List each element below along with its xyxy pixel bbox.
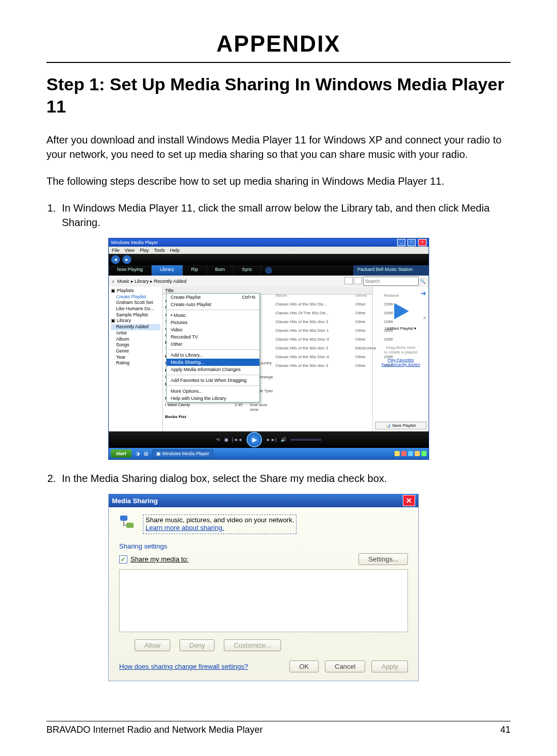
quicklaunch-icon[interactable]: ▤	[144, 451, 149, 456]
volume-slider[interactable]	[290, 439, 321, 441]
libmenu-apply[interactable]: Apply Media Information Changes	[167, 366, 259, 373]
search-icon[interactable]: 🔍	[420, 279, 425, 284]
tab-sync[interactable]: Sync	[234, 265, 261, 276]
menu-view[interactable]: View	[125, 248, 135, 253]
tree-artist[interactable]: Artist	[111, 330, 160, 336]
col-album[interactable]: Album	[275, 293, 355, 298]
tree-sample[interactable]: Sample Playlist	[111, 312, 160, 318]
menu-tools[interactable]: Tools	[154, 248, 165, 253]
play-button[interactable]: ▶	[247, 432, 262, 447]
wmp-title: Windows Media Player	[111, 240, 158, 245]
tab-library[interactable]: Library	[152, 265, 183, 276]
tree-genre[interactable]: Genre	[111, 348, 160, 355]
tree-songs[interactable]: Songs	[111, 342, 160, 348]
next-icon[interactable]: ►►|	[266, 437, 276, 442]
nav-tree[interactable]: ▣ Playlists Create Playlist Graham Scott…	[109, 287, 163, 431]
tree-rating[interactable]: Rating	[111, 360, 160, 366]
table-row[interactable]: Classic Hits of the 80s Disc 1Other1999	[275, 328, 372, 333]
window-buttons[interactable]: _ □ ×	[396, 239, 427, 246]
minimize-icon[interactable]: _	[397, 239, 405, 246]
view-list-icon[interactable]	[345, 277, 353, 284]
libmenu-video[interactable]: Video	[167, 326, 259, 333]
tab-brand[interactable]: Packard Bell Music Station	[353, 265, 429, 276]
tree-year[interactable]: Year	[111, 355, 160, 361]
list-item[interactable]: Bucks Fizz	[165, 414, 276, 419]
table-row[interactable]: Classic Hits Of The 80s Dis...Other1999	[275, 311, 372, 315]
tab-round-icon[interactable]	[265, 267, 272, 274]
table-row[interactable]: Classic Hits of the 80s Dis...Other1999	[275, 302, 372, 307]
learn-more-link[interactable]: Learn more about sharing.	[145, 524, 224, 532]
stop-icon[interactable]: ◼	[224, 437, 228, 442]
step-list-2: In the Media Sharing dialog box, select …	[46, 471, 511, 486]
cancel-button[interactable]: Cancel	[325, 661, 365, 672]
table-row[interactable]: Classic Hits of the 80s Disc 4Other1999	[275, 355, 372, 359]
tab-burn[interactable]: Burn	[207, 265, 234, 276]
table-row[interactable]: Classic Hits of the 80s disc 3Electronic…	[275, 346, 372, 350]
libmenu-pictures[interactable]: Pictures	[167, 319, 259, 326]
start-button[interactable]: start	[111, 449, 132, 458]
play-favorites-link[interactable]: Play Favorites	[375, 358, 427, 362]
nav-back-icon[interactable]: ◄	[111, 255, 120, 264]
shuffle-icon[interactable]: ⟲	[216, 437, 220, 442]
devices-box[interactable]	[119, 569, 408, 632]
libmenu-media-sharing[interactable]: Media Sharing...	[167, 359, 259, 366]
col-title[interactable]: Title	[165, 288, 370, 293]
allow-button[interactable]: Allow	[135, 639, 170, 651]
libmenu-other[interactable]: Other	[167, 341, 259, 348]
quicklaunch-icon[interactable]: ◑	[136, 451, 140, 456]
untitled-playlist[interactable]: Untitled Playlist ▾	[375, 326, 427, 331]
wmp-menubar[interactable]: File View Play Tools Help	[109, 247, 429, 254]
customize-button[interactable]: Customize...	[224, 639, 281, 651]
settings-button[interactable]: Settings...	[358, 553, 408, 565]
play-icon[interactable]	[391, 301, 411, 321]
tree-recent[interactable]: Recently Added	[111, 324, 160, 330]
close-icon[interactable]: ×	[418, 239, 427, 246]
table-row[interactable]: Classic Hits of the 80s disc 3Other1999	[275, 319, 372, 324]
libmenu-create[interactable]: Create Playlist Ctrl+N	[167, 294, 259, 301]
tree-like-humans[interactable]: Like Humans Do...	[111, 306, 160, 312]
ok-button[interactable]: OK	[289, 661, 319, 672]
libmenu-music[interactable]: • Music	[167, 312, 259, 319]
from-recently-link[interactable]: from Recently Added	[375, 362, 427, 367]
wmp-titlebar[interactable]: Windows Media Player _ □ ×	[109, 238, 429, 247]
tree-library[interactable]: ▣ Library	[111, 318, 160, 324]
view-grid-icon[interactable]	[354, 277, 362, 284]
figure-wmp: Windows Media Player _ □ × File View Pla…	[108, 238, 511, 460]
libmenu-more[interactable]: More Options...	[167, 388, 259, 395]
tab-rip[interactable]: Rip	[183, 265, 207, 276]
dialog-close-icon[interactable]: ✕	[403, 495, 415, 506]
tree-playlists[interactable]: ▣ Playlists	[111, 288, 160, 294]
libmenu-add[interactable]: Add to Library...	[167, 351, 259, 359]
table-row[interactable]: Classic Hits of the 80s disc 3Other1999	[275, 363, 372, 368]
tree-create-playlist[interactable]: Create Playlist	[111, 294, 160, 300]
libmenu-auto[interactable]: Create Auto Playlist	[167, 301, 259, 308]
system-tray[interactable]	[395, 451, 427, 456]
pane-arrow-icon[interactable]: ➜	[375, 289, 427, 297]
tab-now-playing[interactable]: Now Playing	[109, 265, 152, 276]
breadcrumb-text[interactable]: Music ▸ Library ▸ Recently Added	[118, 279, 187, 284]
search-input[interactable]	[363, 277, 419, 286]
mute-icon[interactable]: 🔊	[281, 437, 286, 442]
save-playlist-button[interactable]: 📊 Save Playlist	[375, 422, 427, 429]
nav-fwd-icon[interactable]: ►	[122, 255, 132, 264]
deny-button[interactable]: Deny	[179, 639, 215, 651]
checkbox-icon[interactable]: ✓	[119, 555, 127, 564]
maximize-icon[interactable]: □	[407, 239, 416, 246]
table-row[interactable]: Classic Hits of the 80s Disc 4Other1999	[275, 337, 372, 342]
dialog-titlebar[interactable]: Media Sharing ✕	[109, 494, 418, 507]
share-my-media-checkbox[interactable]: ✓ Share my media to:	[119, 555, 189, 564]
tree-album[interactable]: Album	[111, 336, 160, 343]
menu-play[interactable]: Play	[140, 248, 149, 253]
libmenu-fav[interactable]: Add Favorites to List When Dragging	[167, 377, 259, 384]
menu-file[interactable]: File	[112, 248, 120, 253]
menu-help[interactable]: Help	[170, 248, 179, 253]
firewall-link[interactable]: How does sharing change firewall setting…	[119, 663, 248, 670]
tree-graham[interactable]: Graham Scott Set	[111, 300, 160, 306]
libmenu-help[interactable]: Help with Using the Library	[167, 395, 259, 402]
prev-icon[interactable]: |◄◄	[232, 437, 242, 442]
library-dropdown[interactable]: Create Playlist Ctrl+N Create Auto Playl…	[166, 293, 260, 403]
apply-button[interactable]: Apply	[371, 661, 408, 672]
pane-close-icon[interactable]: ✕	[423, 316, 427, 320]
taskbar-task[interactable]: ▣ Windows Media Player	[153, 449, 213, 458]
libmenu-recorded[interactable]: Recorded TV	[167, 333, 259, 341]
